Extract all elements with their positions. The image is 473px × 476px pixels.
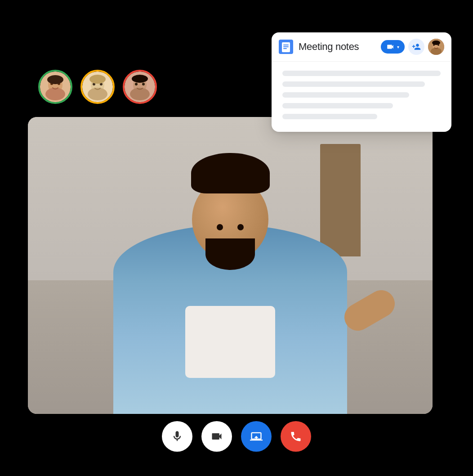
add-person-icon: [412, 42, 421, 51]
panel-title: Meeting notes: [299, 41, 375, 53]
panel-content: [272, 62, 451, 132]
panel-actions: ▾: [381, 39, 444, 55]
svg-point-17: [132, 75, 148, 83]
google-docs-icon: [279, 40, 293, 54]
content-line-4: [282, 103, 393, 108]
svg-point-5: [47, 75, 63, 84]
scene: Meeting notes ▾: [0, 0, 473, 476]
svg-rect-22: [283, 48, 287, 49]
video-icon: [386, 43, 394, 51]
content-line-1: [282, 71, 441, 76]
svg-point-28: [432, 40, 440, 45]
person-shirt: [185, 306, 275, 378]
video-call-button[interactable]: ▾: [381, 40, 405, 54]
participant-avatar-2[interactable]: [80, 70, 115, 104]
share-screen-button[interactable]: [241, 421, 272, 452]
person-eye-right: [237, 224, 244, 230]
mic-icon: [171, 430, 183, 443]
avatar-face-2: [82, 72, 113, 102]
svg-point-16: [142, 83, 145, 85]
end-call-icon: [290, 430, 302, 443]
avatar-face-1: [40, 72, 71, 102]
dropdown-arrow: ▾: [397, 45, 399, 49]
content-line-3: [282, 92, 409, 98]
svg-rect-20: [283, 45, 289, 45]
add-person-button[interactable]: [408, 39, 424, 55]
meeting-notes-panel: Meeting notes ▾: [272, 32, 451, 132]
participant-avatar-1[interactable]: [38, 70, 72, 104]
svg-rect-21: [283, 46, 289, 47]
avatar-svg-3: [125, 72, 155, 102]
mic-button[interactable]: [162, 421, 192, 452]
svg-point-15: [135, 83, 138, 85]
participants-row: [38, 70, 157, 104]
panel-header: Meeting notes ▾: [272, 32, 451, 62]
user-avatar-button[interactable]: [428, 39, 444, 55]
video-scene: [28, 117, 433, 414]
avatar-face-3: [125, 72, 155, 102]
content-line-5: [282, 114, 377, 119]
content-line-2: [282, 81, 425, 87]
avatar-svg-2: [82, 72, 113, 102]
svg-point-2: [45, 88, 65, 100]
controls-bar: [162, 421, 311, 452]
svg-point-11: [89, 75, 106, 84]
user-avatar-svg: [428, 39, 444, 55]
camera-button[interactable]: [201, 421, 232, 452]
participant-avatar-3[interactable]: [123, 70, 157, 104]
video-container: [28, 117, 433, 414]
avatar-svg-1: [40, 72, 71, 102]
person-eye-left: [217, 224, 223, 230]
person-beard: [205, 238, 255, 270]
person-hair: [191, 153, 270, 193]
share-screen-icon: [250, 430, 263, 443]
room-door: [320, 144, 361, 256]
camera-icon: [210, 430, 223, 443]
end-call-button[interactable]: [281, 421, 311, 452]
